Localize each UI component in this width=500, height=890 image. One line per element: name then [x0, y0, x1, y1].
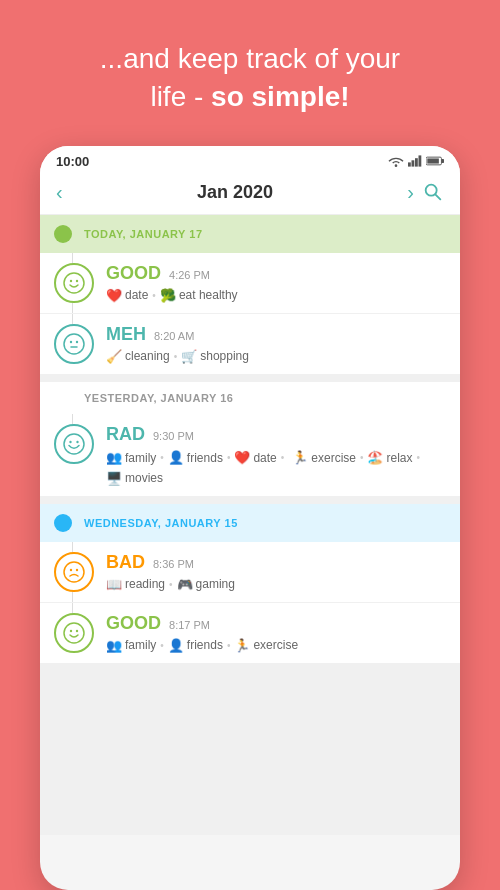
svg-point-23 [70, 629, 72, 631]
tag-shopping-label: shopping [200, 349, 249, 363]
svg-point-20 [70, 568, 72, 570]
tags-good: ❤️ date • 🥦 eat healthy [106, 288, 446, 303]
wednesday-dot [54, 514, 72, 532]
day-header-wednesday: WEDNESDAY, JANUARY 15 [40, 504, 460, 542]
nav-prev-button[interactable]: ‹ [56, 181, 63, 204]
entry-content-meh: MEH 8:20 AM 🧹 cleaning • 🛒 shopping [106, 324, 446, 364]
entry-time-rad: 9:30 PM [153, 430, 194, 442]
tag-reading: 📖 reading [106, 577, 165, 592]
tag-exercise: 🏃 exercise [292, 450, 356, 465]
nav-title: Jan 2020 [197, 182, 273, 203]
entry-time-good-wed: 8:17 PM [169, 619, 210, 631]
tag-eat-healthy-label: eat healthy [179, 288, 238, 302]
mood-icon-good-wed [54, 613, 94, 653]
svg-rect-1 [412, 160, 415, 166]
status-icons [388, 155, 444, 167]
header-line1: ...and keep track of your [100, 40, 400, 78]
tags-bad: 📖 reading • 🎮 gaming [106, 577, 446, 592]
mood-icon-rad [54, 424, 94, 464]
tags-meh: 🧹 cleaning • 🛒 shopping [106, 349, 446, 364]
entry-content-rad: RAD 9:30 PM 👥 family • 👤 friends [106, 424, 446, 486]
wifi-icon [388, 155, 404, 167]
tag-gaming: 🎮 gaming [177, 577, 235, 592]
battery-icon [426, 155, 444, 167]
entry-time-bad: 8:36 PM [153, 558, 194, 570]
wednesday-label: WEDNESDAY, JANUARY 15 [84, 517, 238, 529]
tag-eat-healthy: 🥦 eat healthy [160, 288, 238, 303]
svg-point-9 [64, 273, 84, 293]
day-section-wednesday: WEDNESDAY, JANUARY 15 BAD 8:36 PM [40, 504, 460, 663]
signal-icon [408, 155, 422, 167]
mood-name-bad: BAD [106, 552, 145, 573]
tag-family: 👥 family [106, 450, 156, 465]
mood-name-good-wed: GOOD [106, 613, 161, 634]
day-section-yesterday: YESTERDAY, JANUARY 16 RAD 9:30 PM [40, 382, 460, 496]
svg-point-24 [76, 629, 78, 631]
status-time: 10:00 [56, 154, 89, 169]
tag-movies: 🖥️ movies [106, 471, 163, 486]
tag-gaming-label: gaming [196, 577, 235, 591]
status-bar: 10:00 [40, 146, 460, 173]
entry-bad[interactable]: BAD 8:36 PM 📖 reading • 🎮 gaming [40, 542, 460, 603]
svg-rect-5 [441, 159, 444, 163]
svg-point-12 [64, 334, 84, 354]
tag-date-label: date [125, 288, 148, 302]
header-line2-plain: life - [150, 81, 211, 112]
tag-cleaning-label: cleaning [125, 349, 170, 363]
svg-rect-0 [408, 162, 411, 166]
svg-point-18 [76, 440, 78, 442]
mood-name-rad: RAD [106, 424, 145, 445]
entry-rad[interactable]: RAD 9:30 PM 👥 family • 👤 friends [40, 414, 460, 496]
nav-next-button[interactable]: › [407, 181, 414, 204]
entry-good-wed[interactable]: GOOD 8:17 PM 👥 family • 👤 friends [40, 603, 460, 663]
tag-family-wed: 👥 family [106, 638, 156, 653]
header-line2-bold: so simple! [211, 81, 349, 112]
svg-line-8 [435, 194, 440, 199]
mood-icon-good [54, 263, 94, 303]
svg-point-11 [76, 279, 78, 281]
entry-content-good: GOOD 4:26 PM ❤️ date • 🥦 eat healthy [106, 263, 446, 303]
tag-friends-wed: 👤 friends [168, 638, 223, 653]
day-header-yesterday: YESTERDAY, JANUARY 16 [40, 382, 460, 414]
today-dot [54, 225, 72, 243]
header-line2: life - so simple! [100, 78, 400, 116]
tag-date-rad: ❤️ date [234, 450, 276, 465]
phone-frame: 10:00 ‹ Jan 2020 › [40, 146, 460, 890]
mood-icon-bad [54, 552, 94, 592]
svg-point-16 [64, 434, 84, 454]
tag-shopping: 🛒 shopping [181, 349, 249, 364]
svg-point-13 [70, 340, 72, 342]
nav-bar: ‹ Jan 2020 › [40, 173, 460, 215]
today-label: TODAY, JANUARY 17 [84, 228, 203, 240]
header-section: ...and keep track of your life - so simp… [70, 0, 430, 146]
tag-relax: 🏖️ relax [367, 450, 412, 465]
entry-content-bad: BAD 8:36 PM 📖 reading • 🎮 gaming [106, 552, 446, 592]
mood-name-good: GOOD [106, 263, 161, 284]
tag-reading-label: reading [125, 577, 165, 591]
day-header-today: TODAY, JANUARY 17 [40, 215, 460, 253]
svg-point-14 [76, 340, 78, 342]
svg-point-10 [70, 279, 72, 281]
search-icon[interactable] [422, 181, 444, 203]
entry-good[interactable]: GOOD 4:26 PM ❤️ date • 🥦 eat healthy [40, 253, 460, 314]
tags-rad: 👥 family • 👤 friends • ❤️ date [106, 449, 446, 486]
svg-point-17 [69, 440, 71, 442]
entry-meh[interactable]: MEH 8:20 AM 🧹 cleaning • 🛒 shopping [40, 314, 460, 374]
mood-name-meh: MEH [106, 324, 146, 345]
entry-time-meh: 8:20 AM [154, 330, 194, 342]
svg-rect-6 [427, 159, 439, 164]
tag-friends: 👤 friends [168, 450, 223, 465]
entry-content-good-wed: GOOD 8:17 PM 👥 family • 👤 friends [106, 613, 446, 653]
mood-icon-meh [54, 324, 94, 364]
entry-time-good: 4:26 PM [169, 269, 210, 281]
tag-exercise-wed: 🏃 exercise [234, 638, 298, 653]
tag-cleaning: 🧹 cleaning [106, 349, 170, 364]
tag-date: ❤️ date [106, 288, 148, 303]
svg-point-22 [64, 623, 84, 643]
svg-point-21 [76, 568, 78, 570]
tags-good-wed: 👥 family • 👤 friends • 🏃 exercise [106, 638, 446, 653]
svg-point-19 [64, 562, 84, 582]
day-section-today: TODAY, JANUARY 17 GOOD 4:26 PM [40, 215, 460, 374]
svg-rect-3 [419, 155, 422, 166]
yesterday-label: YESTERDAY, JANUARY 16 [84, 392, 233, 404]
